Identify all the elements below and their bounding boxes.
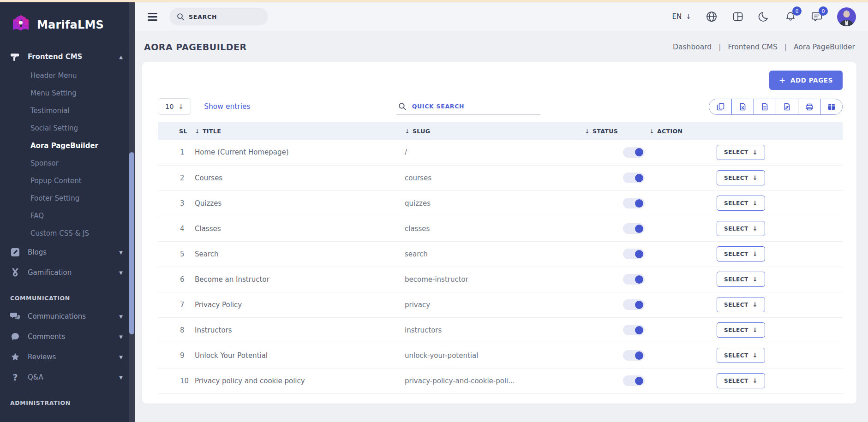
notification-count-badge: 0: [792, 6, 802, 16]
globe-language-button[interactable]: [706, 11, 718, 23]
sidebar-subitem-social-setting[interactable]: Social Setting: [0, 119, 135, 137]
table-row: 5 Search search SELECT↓: [158, 241, 843, 267]
sidebar-subitem-testimonial[interactable]: Testimonial: [0, 102, 135, 119]
sidebar-item-blogs[interactable]: Blogs ▼: [0, 242, 135, 262]
sidebar-subitem-menu-setting[interactable]: Menu Setting: [0, 84, 135, 102]
column-header-action[interactable]: ↓ACTION: [649, 122, 843, 140]
search-input[interactable]: [189, 13, 258, 20]
sidebar: MarifaLMS Frontend CMS ▲ Header Menu Men…: [0, 2, 135, 422]
column-header-slug[interactable]: ↓SLUG: [405, 122, 585, 140]
pagebuilder-card: + ADD PAGES 10 ↓ Show entries: [142, 62, 856, 404]
status-toggle[interactable]: [623, 299, 645, 310]
sidebar-subitem-sponsor[interactable]: Sponsor: [0, 155, 135, 172]
sidebar-item-communications[interactable]: Communications ▼: [0, 306, 135, 327]
top-accent-strip: [0, 0, 868, 2]
pages-table: SL ↓TITLE ↓SLUG ↓STATUS ↓ACTION 1 Home (…: [158, 122, 843, 394]
breadcrumb: Dashboard | Frontend CMS | Aora PageBuil…: [673, 43, 855, 51]
select-action-button[interactable]: SELECT↓: [717, 373, 765, 388]
arrow-down-icon: ↓: [753, 377, 758, 384]
entries-per-page-select[interactable]: 10 ↓: [158, 98, 191, 115]
sidebar-subitem-faq[interactable]: FAQ: [0, 207, 135, 225]
export-toolbar: [709, 99, 843, 115]
row-slug: courses: [405, 165, 585, 190]
status-toggle[interactable]: [623, 325, 645, 335]
copy-button[interactable]: [709, 99, 731, 114]
brand-logo[interactable]: MarifaLMS: [0, 2, 135, 45]
select-action-button[interactable]: SELECT↓: [717, 145, 765, 160]
quick-search-input[interactable]: [412, 103, 523, 110]
sidebar-item-gamification[interactable]: Gamification ▼: [0, 262, 135, 283]
select-action-button[interactable]: SELECT↓: [717, 348, 765, 363]
breadcrumb-separator: |: [718, 43, 721, 51]
select-action-button[interactable]: SELECT↓: [717, 322, 765, 338]
sidebar-item-comments[interactable]: Comments ▼: [0, 327, 135, 347]
topbar-search[interactable]: [169, 8, 268, 25]
row-title: Become an Instructor: [195, 267, 405, 292]
toggle-knob: [635, 225, 643, 233]
entries-value: 10: [165, 103, 174, 110]
select-action-button[interactable]: SELECT↓: [717, 297, 765, 312]
export-excel-button[interactable]: [731, 99, 754, 114]
sidebar-item-label: Q&A: [28, 373, 43, 381]
sidebar-item-qa[interactable]: ? Q&A ▼: [0, 367, 135, 387]
language-selector[interactable]: EN ↓: [672, 12, 691, 21]
page-title: AORA PAGEBUILDER: [144, 42, 247, 52]
add-pages-button[interactable]: + ADD PAGES: [769, 71, 843, 90]
show-entries-label: Show entries: [204, 102, 250, 111]
user-avatar[interactable]: [837, 7, 856, 26]
row-slug: privacy-policy-and-cookie-poli...: [405, 368, 585, 393]
table-controls: 10 ↓ Show entries: [158, 98, 843, 115]
hamburger-menu-icon[interactable]: [147, 11, 158, 23]
sidebar-subitem-header-menu[interactable]: Header Menu: [0, 67, 135, 84]
chat-bubbles-icon: [10, 311, 20, 321]
globe-icon: [706, 11, 718, 23]
layout-toggle-button[interactable]: [732, 11, 744, 23]
printer-icon: [805, 103, 814, 111]
status-toggle[interactable]: [623, 350, 645, 361]
status-toggle[interactable]: [623, 223, 645, 234]
status-toggle[interactable]: [623, 147, 645, 158]
status-toggle[interactable]: [623, 198, 645, 208]
dark-mode-button[interactable]: [758, 11, 770, 23]
sidebar-item-reviews[interactable]: Reviews ▼: [0, 347, 135, 367]
table-row: 6 Become an Instructor become-instructor…: [158, 267, 843, 292]
table-row: 3 Quizzes quizzes SELECT↓: [158, 190, 843, 216]
status-toggle[interactable]: [623, 274, 645, 285]
sidebar-subitem-aora-pagebuilder[interactable]: Aora PageBuilder: [0, 137, 135, 155]
column-header-status[interactable]: ↓STATUS: [585, 122, 649, 140]
sidebar-scrollbar-thumb[interactable]: [129, 152, 134, 334]
question-mark-icon: ?: [10, 372, 20, 382]
row-title: Home (Current Homepage): [195, 140, 405, 165]
breadcrumb-dashboard[interactable]: Dashboard: [673, 43, 712, 51]
select-action-button[interactable]: SELECT↓: [717, 272, 765, 287]
select-action-button[interactable]: SELECT↓: [717, 170, 765, 185]
row-sl: 4: [158, 216, 195, 241]
select-action-button[interactable]: SELECT↓: [717, 221, 765, 236]
export-csv-button[interactable]: [754, 99, 776, 114]
sidebar-item-frontend-cms[interactable]: Frontend CMS ▲: [0, 47, 135, 67]
status-toggle[interactable]: [623, 375, 645, 386]
status-toggle[interactable]: [623, 172, 645, 183]
select-action-button[interactable]: SELECT↓: [717, 196, 765, 211]
sidebar-subitem-popup-content[interactable]: Popup Content: [0, 172, 135, 190]
sidebar-subitem-footer-setting[interactable]: Footer Setting: [0, 190, 135, 207]
status-toggle[interactable]: [623, 249, 645, 259]
sidebar-nav: Frontend CMS ▲ Header Menu Menu Setting …: [0, 45, 135, 411]
messages-button[interactable]: 0: [811, 11, 823, 23]
print-button[interactable]: [798, 99, 820, 114]
window-layout-icon: [732, 11, 744, 23]
export-pdf-button[interactable]: [776, 99, 798, 114]
sidebar-subitem-custom-css-js[interactable]: Custom CSS & JS: [0, 225, 135, 242]
notifications-button[interactable]: 0: [784, 11, 796, 23]
plus-icon: +: [779, 76, 786, 85]
copy-icon: [717, 103, 724, 111]
column-visibility-button[interactable]: [820, 99, 842, 114]
arrow-down-icon: ↓: [686, 13, 691, 20]
row-title: Unlock Your Potential: [195, 343, 405, 368]
sidebar-item-label: Communications: [28, 312, 86, 321]
quick-search[interactable]: [396, 102, 540, 115]
select-action-button[interactable]: SELECT↓: [717, 246, 765, 262]
row-slug: quizzes: [405, 190, 585, 216]
column-header-title[interactable]: ↓TITLE: [195, 122, 405, 140]
breadcrumb-frontend-cms[interactable]: Frontend CMS: [728, 43, 777, 51]
